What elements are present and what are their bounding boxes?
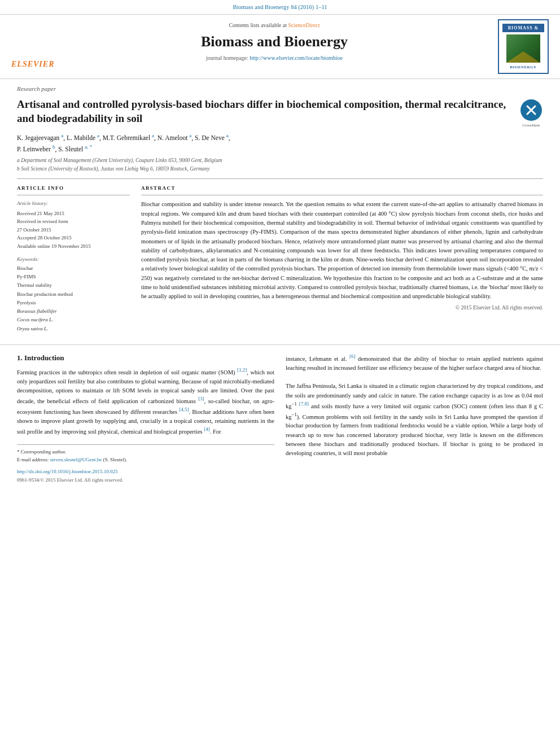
logo-image — [506, 34, 540, 63]
keywords-section: Keywords: Biochar Py-FIMS Thermal stabil… — [17, 256, 130, 333]
keyword-pyfims: Py-FIMS — [17, 273, 130, 281]
article-type-label: Research paper — [17, 85, 543, 93]
elsevier-logo: ELSEVIER — [11, 19, 56, 75]
introduction-heading: 1. Introduction — [17, 353, 274, 363]
introduction-right: instance, Lehmann et al. [6] demonstrate… — [286, 353, 543, 483]
introduction-left: 1. Introduction Farming practices in the… — [17, 353, 274, 483]
article-info-column: ARTICLE INFO Article history: Received 2… — [17, 185, 130, 333]
email-link[interactable]: steven.sleutel@UGent.be — [50, 457, 102, 462]
logo-top-text: BIOMASS & — [502, 24, 544, 32]
issn-text: 0961-9534/© 2015 Elsevier Ltd. All right… — [17, 477, 274, 484]
introduction-left-text: Farming practices in the subtropics ofte… — [17, 366, 274, 436]
main-two-columns: 1. Introduction Farming practices in the… — [17, 353, 543, 483]
keyword-production: Biochar production method — [17, 290, 130, 299]
doi-link[interactable]: http://dx.doi.org/10.1016/j.biombioe.201… — [17, 468, 274, 475]
info-abstract-columns: ARTICLE INFO Article history: Received 2… — [17, 185, 543, 333]
abstract-section-label: ABSTRACT — [141, 185, 543, 192]
article-title-row: Artisanal and controlled pyrolysis-based… — [17, 97, 543, 126]
sciencedirect-link[interactable]: ScienceDirect — [288, 22, 320, 28]
keyword-borassus: Borassus flabellifer — [17, 307, 130, 316]
keyword-thermal: Thermal stability — [17, 281, 130, 290]
article-history-label: Article history: — [17, 200, 130, 207]
journal-logo-box: BIOMASS & BIOENERGY — [498, 19, 549, 75]
logo-bottom-text: BIOENERGY — [510, 65, 536, 69]
contents-available-text: Contents lists available at ScienceDirec… — [62, 21, 487, 29]
journal-name: Biomass and Bioenergy — [62, 32, 487, 52]
authors-list: K. Jegajeevagan a, L. Mabilde a, M.T. Ge… — [17, 132, 543, 154]
article-info-section-label: ARTICLE INFO — [17, 185, 130, 192]
keyword-pyrolysis: Pyrolysis — [17, 299, 130, 307]
main-article-content: 1. Introduction Farming practices in the… — [0, 344, 560, 489]
abstract-column: ABSTRACT Biochar composition and stabili… — [141, 185, 543, 333]
crossmark-badge[interactable] — [520, 99, 543, 122]
article-history-dates: Received 21 May 2015 Received in revised… — [17, 209, 130, 250]
journal-header: ELSEVIER Contents lists available at Sci… — [0, 15, 560, 80]
homepage-link[interactable]: http://www.elsevier.com/locate/biombioe — [250, 55, 343, 61]
corresponding-author-note: * Corresponding author. — [17, 448, 274, 456]
keyword-biochar: Biochar — [17, 264, 130, 273]
footnote-area: * Corresponding author. E-mail address: … — [17, 444, 274, 483]
keyword-cocos: Cocos nucifera L. — [17, 316, 130, 324]
affiliations: a Department of Soil Management (Ghent U… — [17, 156, 543, 173]
introduction-right-text: instance, Lehmann et al. [6] demonstrate… — [286, 353, 543, 458]
journal-citation: Biomass and Bioenergy 84 (2016) 1–11 — [0, 0, 560, 15]
article-title: Artisanal and controlled pyrolysis-based… — [17, 97, 514, 126]
keywords-label: Keywords: — [17, 256, 130, 263]
abstract-copyright: © 2015 Elsevier Ltd. All rights reserved… — [141, 304, 543, 312]
journal-homepage-line: journal homepage: http://www.elsevier.co… — [62, 54, 487, 62]
crossmark-icon[interactable] — [520, 99, 542, 121]
abstract-text: Biochar composition and stability is und… — [141, 200, 543, 301]
journal-title-area: Contents lists available at ScienceDirec… — [56, 19, 492, 75]
article-content: Research paper Artisanal and controlled … — [0, 79, 560, 339]
keyword-oryza: Oryza sativa L. — [17, 325, 130, 333]
email-note: E-mail address: steven.sleutel@UGent.be … — [17, 456, 274, 464]
